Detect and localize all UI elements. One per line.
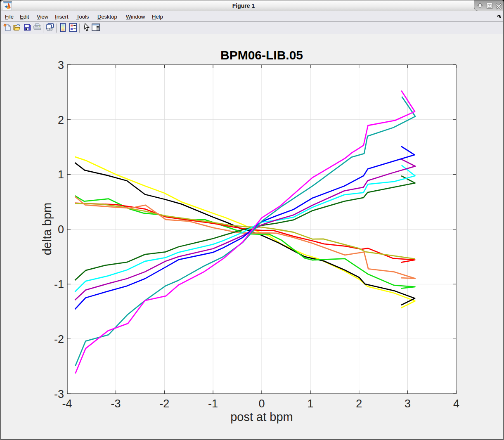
svg-text:0: 0 (58, 223, 64, 236)
svg-text:3: 3 (405, 397, 411, 410)
svg-text:3: 3 (58, 59, 64, 71)
svg-text:delta bpm: delta bpm (40, 203, 54, 255)
svg-text:-1: -1 (208, 397, 218, 410)
svg-text:-2: -2 (159, 397, 169, 410)
svg-text:-3: -3 (54, 388, 64, 400)
svg-text:0: 0 (258, 397, 265, 410)
svg-text:-1: -1 (54, 278, 64, 291)
svg-text:2: 2 (58, 114, 64, 126)
svg-text:-3: -3 (111, 397, 121, 410)
svg-text:-2: -2 (54, 333, 64, 345)
svg-text:post at bpm: post at bpm (230, 410, 293, 423)
svg-text:1: 1 (58, 168, 64, 181)
svg-text:4: 4 (453, 397, 459, 410)
svg-text:BPM06-LIB.05: BPM06-LIB.05 (220, 48, 303, 62)
svg-text:1: 1 (307, 397, 313, 410)
svg-text:2: 2 (356, 397, 362, 410)
